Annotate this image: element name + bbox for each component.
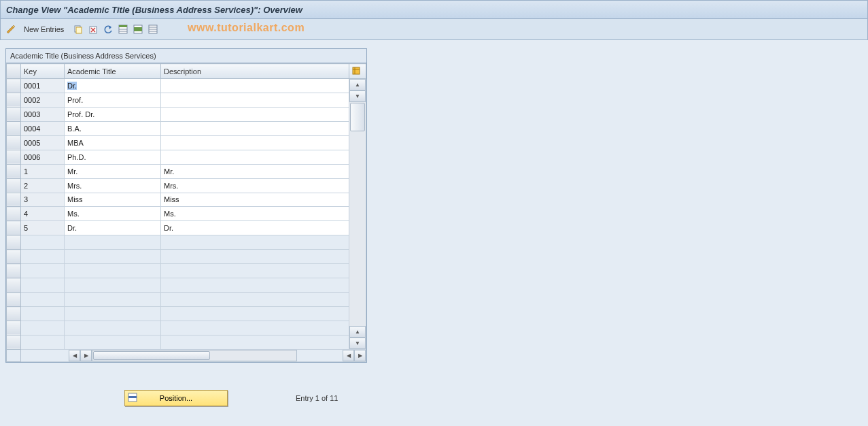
cell-key[interactable] xyxy=(21,293,65,307)
cell-description[interactable] xyxy=(161,278,349,293)
row-selector[interactable] xyxy=(7,150,21,164)
cell-description[interactable]: Ms. xyxy=(161,207,349,221)
new-entries-button[interactable]: New Entries xyxy=(20,24,68,35)
cell-academic-title[interactable] xyxy=(65,293,161,307)
cell-key[interactable]: 0002 xyxy=(21,93,65,107)
scroll-up-arrow-icon[interactable]: ▲ xyxy=(349,79,366,91)
cell-key[interactable] xyxy=(21,250,65,264)
cell-academic-title[interactable]: MBA xyxy=(65,135,161,150)
cell-description[interactable] xyxy=(161,321,349,335)
cell-academic-title[interactable]: Mrs. xyxy=(65,178,161,193)
cell-description[interactable] xyxy=(161,264,349,278)
row-selector[interactable] xyxy=(7,293,21,307)
row-selector[interactable] xyxy=(7,264,21,278)
row-selector[interactable] xyxy=(7,335,21,349)
cell-description[interactable] xyxy=(161,79,349,93)
deselect-all-icon[interactable] xyxy=(147,23,159,35)
horizontal-scrollbar[interactable]: ◀▶◀▶ xyxy=(21,350,366,362)
table-settings-icon[interactable] xyxy=(349,64,366,79)
cell-description[interactable]: Mrs. xyxy=(161,178,349,193)
select-all-rows[interactable] xyxy=(7,64,21,79)
cell-key[interactable]: 0001 xyxy=(21,79,65,93)
row-selector[interactable] xyxy=(7,178,21,193)
scroll-left2-arrow-icon[interactable]: ◀ xyxy=(343,350,354,361)
row-selector[interactable] xyxy=(7,235,21,250)
row-selector[interactable] xyxy=(7,321,21,335)
cell-academic-title[interactable]: Dr. xyxy=(65,221,161,235)
cell-key[interactable]: 0006 xyxy=(21,150,65,164)
cell-key[interactable]: 0004 xyxy=(21,121,65,135)
row-selector[interactable] xyxy=(7,221,21,235)
cell-key[interactable] xyxy=(21,321,65,335)
cell-key[interactable] xyxy=(21,235,65,250)
undo-change-icon[interactable] xyxy=(102,23,114,35)
row-selector[interactable] xyxy=(7,79,21,93)
cell-key[interactable] xyxy=(21,264,65,278)
scroll-up2-arrow-icon[interactable]: ▲ xyxy=(349,326,366,338)
cell-academic-title[interactable] xyxy=(65,235,161,250)
cell-description[interactable] xyxy=(161,235,349,250)
cell-academic-title[interactable] xyxy=(65,264,161,278)
cell-key[interactable]: 5 xyxy=(21,221,65,235)
cell-key[interactable]: 0003 xyxy=(21,107,65,121)
column-header-description[interactable]: Description xyxy=(161,64,349,79)
cell-academic-title[interactable]: Prof. Dr. xyxy=(65,107,161,121)
cell-key[interactable] xyxy=(21,335,65,349)
cell-academic-title[interactable] xyxy=(65,307,161,321)
cell-academic-title[interactable]: Mr. xyxy=(65,164,161,178)
cell-description[interactable] xyxy=(161,135,349,150)
delete-icon[interactable] xyxy=(87,23,99,35)
cell-academic-title[interactable] xyxy=(65,250,161,264)
row-selector[interactable] xyxy=(7,107,21,121)
cell-academic-title[interactable]: Ms. xyxy=(65,207,161,221)
cell-description[interactable] xyxy=(161,93,349,107)
select-all-icon[interactable] xyxy=(117,23,129,35)
cell-description[interactable] xyxy=(161,307,349,321)
row-selector[interactable] xyxy=(7,207,21,221)
cell-key[interactable] xyxy=(21,307,65,321)
cell-key[interactable]: 1 xyxy=(21,164,65,178)
cell-description[interactable]: Dr. xyxy=(161,221,349,235)
row-selector[interactable] xyxy=(7,193,21,207)
row-selector[interactable] xyxy=(7,135,21,150)
cell-academic-title[interactable] xyxy=(65,321,161,335)
cell-description[interactable] xyxy=(161,335,349,349)
copy-as-icon[interactable] xyxy=(72,23,84,35)
cell-key[interactable]: 3 xyxy=(21,193,65,207)
cell-description[interactable] xyxy=(161,150,349,164)
vertical-scrollbar[interactable]: ▲▼▲▼ xyxy=(349,79,366,350)
column-header-academic-title[interactable]: Academic Title xyxy=(65,64,161,79)
row-selector[interactable] xyxy=(7,121,21,135)
select-block-icon[interactable] xyxy=(132,23,144,35)
scroll-right2-arrow-icon[interactable]: ▶ xyxy=(354,350,366,361)
scroll-track[interactable] xyxy=(349,102,366,326)
cell-academic-title[interactable]: Dr. xyxy=(65,79,161,93)
cell-academic-title[interactable]: Prof. xyxy=(65,93,161,107)
scroll-down-arrow-icon[interactable]: ▼ xyxy=(349,91,366,102)
scroll-down2-arrow-icon[interactable]: ▼ xyxy=(349,338,366,349)
scroll-thumb-h[interactable] xyxy=(93,351,210,360)
cell-description[interactable] xyxy=(161,121,349,135)
row-selector[interactable] xyxy=(7,93,21,107)
cell-key[interactable]: 0005 xyxy=(21,135,65,150)
row-selector[interactable] xyxy=(7,164,21,178)
cell-key[interactable]: 2 xyxy=(21,178,65,193)
cell-description[interactable]: Miss xyxy=(161,193,349,207)
cell-description[interactable] xyxy=(161,293,349,307)
selected-text[interactable]: Dr. xyxy=(67,82,77,90)
cell-description[interactable] xyxy=(161,107,349,121)
cell-academic-title[interactable]: Ph.D. xyxy=(65,150,161,164)
scroll-thumb[interactable] xyxy=(350,103,365,131)
column-header-key[interactable]: Key xyxy=(21,64,65,79)
row-selector[interactable] xyxy=(7,250,21,264)
cell-academic-title[interactable]: Miss xyxy=(65,193,161,207)
row-selector[interactable] xyxy=(7,307,21,321)
cell-description[interactable] xyxy=(161,250,349,264)
position-button[interactable]: Position... xyxy=(124,390,228,406)
cell-academic-title[interactable] xyxy=(65,278,161,293)
cell-description[interactable]: Mr. xyxy=(161,164,349,178)
scroll-left-arrow-icon[interactable]: ◀ xyxy=(69,350,80,361)
toggle-display-change-icon[interactable] xyxy=(5,23,17,35)
cell-academic-title[interactable]: B.A. xyxy=(65,121,161,135)
cell-key[interactable] xyxy=(21,278,65,293)
